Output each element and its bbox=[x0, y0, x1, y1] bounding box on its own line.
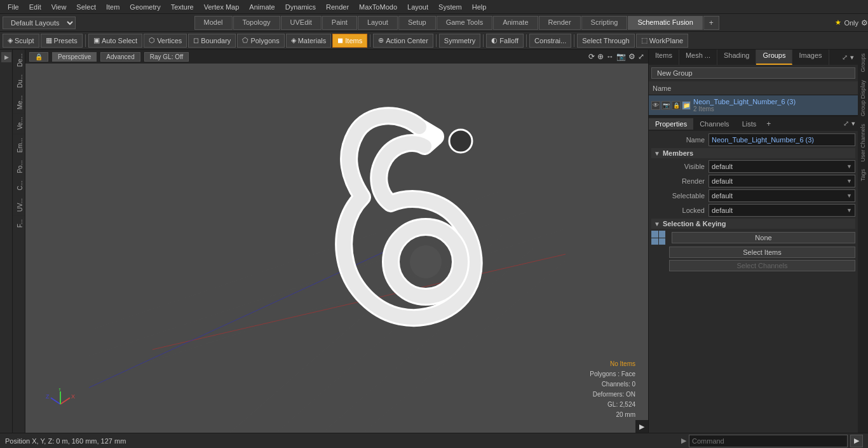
menu-item[interactable]: Item bbox=[101, 2, 125, 12]
right-vtab-user-channels[interactable]: User Channels bbox=[858, 120, 867, 166]
panel-tab-de[interactable]: De... bbox=[13, 50, 25, 71]
right-panel-chevron-icon[interactable]: ▾ bbox=[850, 53, 854, 62]
viewport-zoom-icon[interactable]: ⊕ bbox=[597, 52, 604, 61]
right-panel-expand-icon[interactable]: ⤢ bbox=[842, 53, 848, 62]
viewport-ray-gl[interactable]: Ray GL: Off bbox=[144, 52, 189, 62]
menu-animate[interactable]: Animate bbox=[244, 2, 280, 12]
group-folder-icon[interactable]: 📁 bbox=[682, 101, 691, 110]
panel-tab-em[interactable]: Em... bbox=[13, 134, 25, 156]
group-visibility-icon[interactable]: 👁 bbox=[651, 101, 660, 110]
right-tab-groups[interactable]: Groups bbox=[756, 50, 792, 65]
props-chevron-icon[interactable]: ▾ bbox=[851, 119, 855, 128]
items-button[interactable]: ◼ Items bbox=[332, 34, 367, 48]
visible-select[interactable]: default ▼ bbox=[709, 160, 855, 173]
right-tab-images[interactable]: Images bbox=[792, 50, 829, 65]
panel-tab-ve[interactable]: Ve... bbox=[13, 113, 25, 133]
panel-tab-uv[interactable]: UV... bbox=[13, 194, 25, 215]
menu-select[interactable]: Select bbox=[71, 2, 101, 12]
select-items-button[interactable]: Select Items bbox=[669, 247, 855, 258]
panel-tab-po[interactable]: Po... bbox=[13, 156, 25, 177]
props-tab-properties[interactable]: Properties bbox=[649, 118, 693, 130]
layout-dropdown[interactable]: Default Layouts bbox=[3, 17, 76, 29]
symmetry-button[interactable]: Symmetry bbox=[439, 34, 481, 48]
viewport-pan-icon[interactable]: ↔ bbox=[606, 52, 614, 61]
viewport-lock-icon[interactable]: 🔒 bbox=[29, 52, 48, 62]
tab-game-tools[interactable]: Game Tools bbox=[437, 16, 493, 30]
group-lock-icon[interactable]: 🔒 bbox=[672, 101, 681, 110]
menu-maxtomodo[interactable]: MaxToModo bbox=[354, 2, 402, 12]
boundary-button[interactable]: ◻ Boundary bbox=[188, 34, 236, 48]
tab-animate[interactable]: Animate bbox=[493, 16, 538, 30]
props-tab-add[interactable]: + bbox=[763, 118, 775, 130]
panel-tab-f[interactable]: F... bbox=[13, 215, 25, 231]
keying-none-button[interactable]: None bbox=[672, 232, 855, 243]
auto-select-button[interactable]: ▣ Auto Select bbox=[88, 34, 142, 48]
falloff-button[interactable]: ◐ Falloff bbox=[486, 34, 524, 48]
command-input[interactable] bbox=[689, 435, 848, 447]
materials-button[interactable]: ◈ Materials bbox=[286, 34, 332, 48]
viewport-settings-icon[interactable]: ⚙ bbox=[628, 52, 635, 61]
constrai-button[interactable]: Constrai... bbox=[529, 34, 571, 48]
tab-paint[interactable]: Paint bbox=[322, 16, 357, 30]
menu-system[interactable]: System bbox=[433, 2, 467, 12]
viewport-expand-arrow[interactable]: ▶ bbox=[635, 420, 648, 433]
sculpt-button[interactable]: ◈ Sculpt bbox=[3, 34, 39, 48]
viewport[interactable]: 🔒 Perspective Advanced Ray GL: Off ⟳ ⊕ ↔… bbox=[25, 50, 648, 433]
members-section[interactable]: ▼ Members bbox=[651, 148, 855, 158]
select-through-button[interactable]: Select Through bbox=[577, 34, 634, 48]
menu-file[interactable]: File bbox=[3, 2, 24, 12]
group-render-icon[interactable]: 📷 bbox=[661, 101, 670, 110]
sidebar-collapse-icon[interactable]: ▶ bbox=[1, 52, 11, 62]
workplane-button[interactable]: ⬚ WorkPlane bbox=[636, 34, 689, 48]
tab-uvedit[interactable]: UVEdit bbox=[281, 16, 322, 30]
tab-model[interactable]: Model bbox=[194, 16, 233, 30]
presets-button[interactable]: ▦ Presets bbox=[41, 34, 83, 48]
panel-tab-me[interactable]: Me... bbox=[13, 92, 25, 113]
group-item-name[interactable]: Neon_Tube_Light_Number_6 (3) bbox=[693, 98, 853, 105]
group-list-item[interactable]: 👁 📷 🔒 📁 Neon_Tube_Light_Number_6 (3) 2 I… bbox=[649, 95, 858, 116]
right-vtab-groups[interactable]: Groups bbox=[858, 50, 867, 76]
action-center-button[interactable]: ⊕ Action Center bbox=[373, 34, 433, 48]
menu-render[interactable]: Render bbox=[321, 2, 354, 12]
selectable-select[interactable]: default ▼ bbox=[709, 189, 855, 202]
menu-view[interactable]: View bbox=[46, 2, 72, 12]
tab-topology[interactable]: Topology bbox=[233, 16, 280, 30]
menu-layout[interactable]: Layout bbox=[402, 2, 433, 12]
vertices-button[interactable]: ⬡ Vertices bbox=[144, 34, 187, 48]
select-channels-button[interactable]: Select Channels bbox=[669, 260, 855, 271]
only-label[interactable]: Only bbox=[844, 19, 858, 27]
tab-scripting[interactable]: Scripting bbox=[581, 16, 628, 30]
new-group-button[interactable]: New Group bbox=[651, 67, 855, 79]
viewport-expand-icon[interactable]: ⤢ bbox=[638, 52, 644, 61]
menu-help[interactable]: Help bbox=[467, 2, 492, 12]
panel-tab-c[interactable]: C... bbox=[13, 177, 25, 194]
right-tab-mesh[interactable]: Mesh ... bbox=[679, 50, 717, 65]
menu-vertex-map[interactable]: Vertex Map bbox=[199, 2, 245, 12]
panel-tab-du[interactable]: Du... bbox=[13, 71, 25, 92]
menu-dynamics[interactable]: Dynamics bbox=[280, 2, 321, 12]
right-vtab-group-display[interactable]: Group Display bbox=[858, 76, 867, 120]
props-expand-icon[interactable]: ⤢ bbox=[843, 119, 849, 128]
tab-setup[interactable]: Setup bbox=[398, 16, 436, 30]
locked-select[interactable]: default ▼ bbox=[709, 204, 855, 217]
right-tab-shading[interactable]: Shading bbox=[717, 50, 756, 65]
menu-texture[interactable]: Texture bbox=[166, 2, 199, 12]
menu-edit[interactable]: Edit bbox=[24, 2, 46, 12]
tab-add[interactable]: + bbox=[703, 16, 719, 30]
tab-schematic-fusion[interactable]: Schematic Fusion bbox=[628, 16, 702, 30]
polygons-button[interactable]: ⬠ Polygons bbox=[237, 34, 284, 48]
gear-icon[interactable]: ⚙ bbox=[861, 18, 868, 27]
viewport-advanced[interactable]: Advanced bbox=[100, 52, 140, 62]
viewport-camera-icon[interactable]: 📷 bbox=[616, 52, 626, 61]
right-tab-items[interactable]: Items bbox=[649, 50, 679, 65]
selection-keying-section[interactable]: ▼ Selection & Keying bbox=[651, 219, 855, 229]
props-tab-lists[interactable]: Lists bbox=[736, 118, 763, 130]
right-vtab-tags[interactable]: Tags bbox=[858, 165, 867, 185]
tab-render[interactable]: Render bbox=[539, 16, 581, 30]
render-select[interactable]: default ▼ bbox=[709, 175, 855, 187]
command-execute-button[interactable]: ▶ bbox=[850, 435, 863, 447]
name-input[interactable] bbox=[709, 133, 855, 146]
props-tab-channels[interactable]: Channels bbox=[693, 118, 735, 130]
viewport-perspective[interactable]: Perspective bbox=[52, 52, 97, 62]
tab-layout[interactable]: Layout bbox=[358, 16, 398, 30]
